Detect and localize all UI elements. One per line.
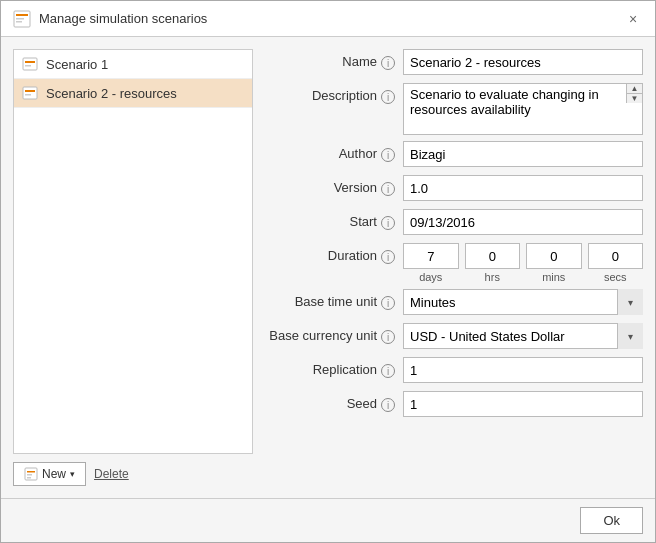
base-time-info-icon[interactable]: i xyxy=(381,296,395,310)
author-row: Author i xyxy=(265,141,643,169)
description-control: ▲ ▼ xyxy=(403,83,643,135)
replication-label: Replication i xyxy=(265,357,395,378)
duration-days-label: days xyxy=(419,271,442,283)
description-info-icon[interactable]: i xyxy=(381,90,395,104)
author-label: Author i xyxy=(265,141,395,162)
left-panel: Scenario 1 Scenario 2 - resources New ▾ xyxy=(13,49,253,486)
scenario-list: Scenario 1 Scenario 2 - resources xyxy=(13,49,253,454)
svg-rect-12 xyxy=(27,474,32,476)
manage-scenarios-dialog: Manage simulation scenarios × Scenario 1… xyxy=(0,0,656,543)
duration-days-field: days xyxy=(403,243,459,283)
duration-info-icon[interactable]: i xyxy=(381,250,395,264)
svg-rect-6 xyxy=(25,65,31,67)
svg-rect-5 xyxy=(25,61,35,63)
scenario-item-label: Scenario 1 xyxy=(46,57,108,72)
start-label: Start i xyxy=(265,209,395,230)
duration-label: Duration i xyxy=(265,243,395,264)
duration-mins-field: mins xyxy=(526,243,582,283)
footer: Ok xyxy=(1,498,655,542)
new-button[interactable]: New ▾ xyxy=(13,462,86,486)
svg-rect-8 xyxy=(25,90,35,92)
duration-hrs-field: hrs xyxy=(465,243,521,283)
base-currency-select-wrapper: USD - United States DollarEUR - EuroGBP … xyxy=(403,323,643,349)
base-currency-select[interactable]: USD - United States DollarEUR - EuroGBP … xyxy=(403,323,643,349)
seed-info-icon[interactable]: i xyxy=(381,398,395,412)
replication-control xyxy=(403,357,643,383)
scenario-item[interactable]: Scenario 2 - resources xyxy=(14,79,252,108)
name-label: Name i xyxy=(265,49,395,70)
start-control xyxy=(403,209,643,235)
duration-hrs-input[interactable] xyxy=(465,243,521,269)
seed-input[interactable] xyxy=(403,391,643,417)
description-textarea[interactable] xyxy=(404,84,626,134)
base-currency-row: Base currency unit i USD - United States… xyxy=(265,323,643,351)
scroll-down-button[interactable]: ▼ xyxy=(627,94,642,103)
svg-rect-4 xyxy=(23,58,37,70)
name-control xyxy=(403,49,643,75)
base-time-row: Base time unit i MinutesHoursDays ▾ xyxy=(265,289,643,317)
base-time-select-wrapper: MinutesHoursDays ▾ xyxy=(403,289,643,315)
author-info-icon[interactable]: i xyxy=(381,148,395,162)
scenario-item-icon xyxy=(22,85,40,101)
base-time-control: MinutesHoursDays ▾ xyxy=(403,289,643,315)
seed-label: Seed i xyxy=(265,391,395,412)
svg-rect-13 xyxy=(27,477,31,479)
dialog-icon xyxy=(13,10,31,28)
delete-button[interactable]: Delete xyxy=(94,467,129,481)
scenario-item-icon xyxy=(22,56,40,72)
new-button-icon xyxy=(24,467,40,481)
version-control xyxy=(403,175,643,201)
duration-control: days hrs mins secs xyxy=(403,243,643,283)
description-scrollbar: ▲ ▼ xyxy=(626,84,642,103)
replication-input[interactable] xyxy=(403,357,643,383)
scroll-up-button[interactable]: ▲ xyxy=(627,84,642,94)
start-info-icon[interactable]: i xyxy=(381,216,395,230)
description-row: Description i ▲ ▼ xyxy=(265,83,643,135)
description-label: Description i xyxy=(265,83,395,104)
svg-rect-9 xyxy=(25,94,31,96)
duration-secs-field: secs xyxy=(588,243,644,283)
version-input[interactable] xyxy=(403,175,643,201)
name-input[interactable] xyxy=(403,49,643,75)
duration-mins-input[interactable] xyxy=(526,243,582,269)
replication-info-icon[interactable]: i xyxy=(381,364,395,378)
version-row: Version i xyxy=(265,175,643,203)
seed-row: Seed i xyxy=(265,391,643,419)
start-row: Start i xyxy=(265,209,643,237)
left-buttons: New ▾ Delete xyxy=(13,462,253,486)
description-container: ▲ ▼ xyxy=(403,83,643,135)
scenario-item[interactable]: Scenario 1 xyxy=(14,50,252,79)
right-panel: Name i Description i ▲ xyxy=(265,49,643,486)
name-row: Name i xyxy=(265,49,643,77)
ok-button[interactable]: Ok xyxy=(580,507,643,534)
duration-mins-label: mins xyxy=(542,271,565,283)
author-input[interactable] xyxy=(403,141,643,167)
svg-rect-7 xyxy=(23,87,37,99)
base-currency-control: USD - United States DollarEUR - EuroGBP … xyxy=(403,323,643,349)
titlebar-left: Manage simulation scenarios xyxy=(13,10,207,28)
base-time-label: Base time unit i xyxy=(265,289,395,310)
replication-row: Replication i xyxy=(265,357,643,385)
version-label: Version i xyxy=(265,175,395,196)
svg-rect-11 xyxy=(27,471,35,473)
version-info-icon[interactable]: i xyxy=(381,182,395,196)
duration-days-input[interactable] xyxy=(403,243,459,269)
name-info-icon[interactable]: i xyxy=(381,56,395,70)
author-control xyxy=(403,141,643,167)
svg-rect-3 xyxy=(16,21,22,23)
start-input[interactable] xyxy=(403,209,643,235)
new-button-label: New xyxy=(42,467,66,481)
base-time-select[interactable]: MinutesHoursDays xyxy=(403,289,643,315)
titlebar: Manage simulation scenarios × xyxy=(1,1,655,37)
duration-row: Duration i days hrs xyxy=(265,243,643,283)
dialog-title: Manage simulation scenarios xyxy=(39,11,207,26)
duration-hrs-label: hrs xyxy=(485,271,500,283)
seed-control xyxy=(403,391,643,417)
base-currency-info-icon[interactable]: i xyxy=(381,330,395,344)
content-area: Scenario 1 Scenario 2 - resources New ▾ xyxy=(1,37,655,498)
duration-secs-input[interactable] xyxy=(588,243,644,269)
base-currency-label: Base currency unit i xyxy=(265,323,395,344)
close-button[interactable]: × xyxy=(623,9,643,29)
svg-rect-1 xyxy=(16,14,28,16)
duration-fields: days hrs mins secs xyxy=(403,243,643,283)
